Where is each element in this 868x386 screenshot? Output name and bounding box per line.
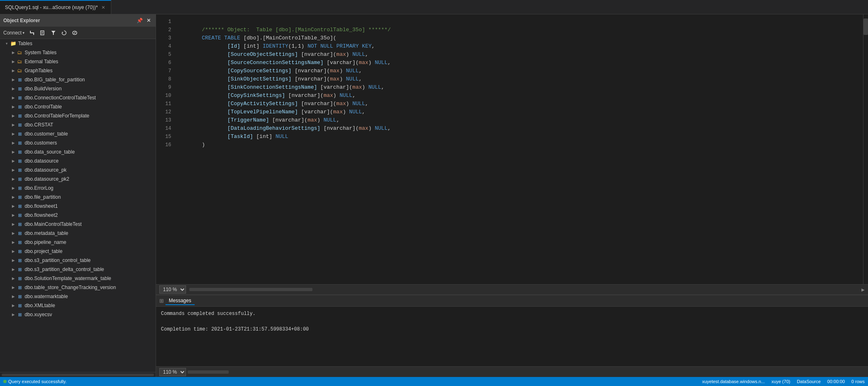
table-ConnectionControlTableTest[interactable]: ▶ ⊞ dbo.ConnectionControlTableTest	[0, 93, 156, 102]
table-customers[interactable]: ▶ ⊞ dbo.customers	[0, 138, 156, 147]
refresh-button[interactable]	[59, 28, 69, 38]
table-XMLtable[interactable]: ▶ ⊞ dbo.XMLtable	[0, 301, 156, 310]
table-icon: ⊞	[16, 275, 23, 282]
table-flowsheet1[interactable]: ▶ ⊞ dbo.flowsheet1	[0, 202, 156, 211]
table-icon: ⊞	[16, 212, 23, 218]
tab-sqlquery1[interactable]: SQLQuery1.sql - xu...aSource (xuye (70))…	[0, 0, 111, 14]
table-BuildVersion[interactable]: ▶ ⊞ dbo.BuildVersion	[0, 84, 156, 93]
new-query-button[interactable]	[38, 28, 48, 38]
table-icon: ⊞	[16, 85, 23, 92]
table-label: dbo.datasource	[25, 158, 59, 164]
expander: ▶	[10, 266, 16, 273]
messages-content: Commands completed successfully. Complet…	[156, 307, 868, 366]
code-scroll-area[interactable]: 1 2 /****** Object: Table [dbo].[MainCon…	[156, 14, 863, 284]
bottom-horizontal-scrollbar[interactable]	[188, 370, 865, 374]
oe-horizontal-scrollbar[interactable]	[0, 372, 156, 377]
table-label: dbo.customers	[25, 140, 57, 146]
table-SolutionTemplate-watermark-table[interactable]: ▶ ⊞ dbo.SolutionTemplate_watermark_table	[0, 274, 156, 283]
table-ControlTableForTemplate[interactable]: ▶ ⊞ dbo.ControlTableForTemplate	[0, 111, 156, 120]
table-icon: ⊞	[16, 239, 23, 246]
code-line-1: 1	[156, 18, 863, 26]
table-icon: ⊞	[16, 131, 23, 137]
table-watermarktable[interactable]: ▶ ⊞ dbo.watermarktable	[0, 292, 156, 301]
scroll-right-btn[interactable]: ▶	[861, 287, 865, 292]
expander: ▶	[10, 176, 16, 182]
table-label: dbo.s3_partition_delta_control_table	[25, 267, 104, 272]
table-icon: ⊞	[16, 103, 23, 110]
table-project-table[interactable]: ▶ ⊞ dbo.project_table	[0, 247, 156, 256]
table-label: dbo.s3_partition_control_table	[25, 257, 91, 263]
table-CRSTAT[interactable]: ▶ ⊞ dbo.CRSTAT	[0, 120, 156, 129]
table-label: dbo.file_partition	[25, 194, 61, 200]
table-pipeline-name[interactable]: ▶ ⊞ dbo.pipeline_name	[0, 238, 156, 247]
expander: ▶	[10, 49, 16, 56]
table-icon: ⊞	[16, 158, 23, 164]
table-datasource[interactable]: ▶ ⊞ dbo.datasource	[0, 156, 156, 165]
expander: ▶	[10, 58, 16, 65]
connect-dropdown-icon[interactable]: ▾	[23, 31, 25, 35]
table-table-store-ChangeTracking-version[interactable]: ▶ ⊞ dbo.table_store_ChangeTracking_versi…	[0, 283, 156, 292]
system-tables-folder[interactable]: ▶ 🗂 System Tables	[0, 48, 156, 57]
table-s3-partition-control-table[interactable]: ▶ ⊞ dbo.s3_partition_control_table	[0, 256, 156, 265]
table-label: dbo.table_store_ChangeTracking_version	[25, 285, 116, 290]
messages-panel: ⊞ Messages Commands completed successful…	[156, 295, 868, 377]
object-explorer-title: Object Explorer	[3, 18, 40, 23]
expander: ▶	[10, 185, 16, 191]
external-tables-folder[interactable]: ▶ 🗂 External Tables	[0, 57, 156, 66]
connect-button[interactable]: Connect ▾	[2, 28, 26, 38]
disconnect-button[interactable]	[27, 28, 37, 38]
status-right: xuyetest.database.windows.n... xuye (70)…	[702, 379, 865, 384]
table-BIG-table-for-partition[interactable]: ▶ ⊞ dbo.BIG_table_for_partition	[0, 75, 156, 84]
oe-close-icon[interactable]: ✕	[145, 17, 152, 24]
code-editor[interactable]: 1 2 /****** Object: Table [dbo].[MainCon…	[156, 14, 868, 284]
table-flowsheet2[interactable]: ▶ ⊞ dbo.flowsheet2	[0, 211, 156, 220]
line-content-7: [CopySourceSettings] [nvarchar](max) NUL…	[176, 67, 863, 75]
table-ErrorLog[interactable]: ▶ ⊞ dbo.ErrorLog	[0, 184, 156, 193]
code-line-4: 4 [Id] [int] IDENTITY(1,1) NOT NULL PRIM…	[156, 42, 863, 51]
tab-close-icon[interactable]: ✕	[100, 5, 106, 10]
table-label: dbo.ControlTable	[25, 104, 62, 110]
code-line-10: 10 [CopySinkSettings] [nvarchar](max) NU…	[156, 92, 863, 100]
messages-tab[interactable]: Messages	[165, 297, 195, 305]
line-content-4: [Id] [int] IDENTITY(1,1) NOT NULL PRIMAR…	[176, 42, 863, 51]
table-MainControlTableTest[interactable]: ▶ ⊞ dbo.MainControlTableTest	[0, 220, 156, 229]
folder-icon: 🗂	[16, 49, 23, 56]
table-label: dbo.watermarktable	[25, 294, 68, 299]
table-icon: ⊞	[16, 122, 23, 128]
filter-button[interactable]	[48, 28, 58, 38]
graph-tables-label: GraphTables	[25, 68, 53, 74]
stop-button[interactable]	[70, 28, 80, 38]
table-datasource-pk2[interactable]: ▶ ⊞ dbo.datasource_pk2	[0, 175, 156, 184]
table-file-partition[interactable]: ▶ ⊞ dbo.file_partition	[0, 193, 156, 202]
table-icon: ⊞	[16, 302, 23, 309]
oe-pin-icon[interactable]: 📌	[136, 17, 143, 24]
table-s3-partition-delta-control-table[interactable]: ▶ ⊞ dbo.s3_partition_delta_control_table	[0, 265, 156, 274]
code-line-9: 9 [SinkConnectionSettingsName] [varchar]…	[156, 83, 863, 92]
table-icon: ⊞	[16, 185, 23, 191]
table-customer-table[interactable]: ▶ ⊞ dbo.customer_table	[0, 129, 156, 138]
table-ControlTable[interactable]: ▶ ⊞ dbo.ControlTable	[0, 102, 156, 111]
table-datasource-pk[interactable]: ▶ ⊞ dbo.datasource_pk	[0, 165, 156, 175]
line-number-2: 2	[158, 26, 176, 34]
expander: ▶	[10, 257, 16, 264]
bottom-zoom-select[interactable]: 110 %	[159, 368, 186, 376]
line-content-5: [SourceObjectSettings] [nvarchar](max) N…	[176, 51, 863, 59]
zoom-bar: 110 % ▶	[156, 284, 868, 295]
tables-folder[interactable]: ▾ 📁 Tables	[0, 39, 156, 48]
expander: ▶	[10, 85, 16, 92]
table-label: dbo.MainControlTableTest	[25, 221, 82, 227]
horizontal-scrollbar[interactable]	[189, 288, 860, 291]
table-xuyecsv[interactable]: ▶ ⊞ dbo.xuyecsv	[0, 310, 156, 319]
expander: ▶	[10, 275, 16, 282]
zoom-select[interactable]: 110 %	[159, 285, 186, 294]
table-label: dbo.flowsheet1	[25, 203, 58, 209]
expander: ▶	[10, 94, 16, 101]
table-metadata-table[interactable]: ▶ ⊞ dbo.metadata_table	[0, 229, 156, 238]
line-number-8: 8	[158, 76, 176, 83]
table-data-source-table[interactable]: ▶ ⊞ dbo.data_source_table	[0, 147, 156, 156]
line-number-1: 1	[158, 18, 176, 25]
code-content: 1 2 /****** Object: Table [dbo].[MainCon…	[156, 14, 863, 152]
graph-tables-folder[interactable]: ▶ 🗂 GraphTables	[0, 66, 156, 75]
editor-vertical-scrollbar[interactable]	[863, 14, 868, 284]
bottom-zoom-bar: 110 %	[156, 366, 868, 377]
